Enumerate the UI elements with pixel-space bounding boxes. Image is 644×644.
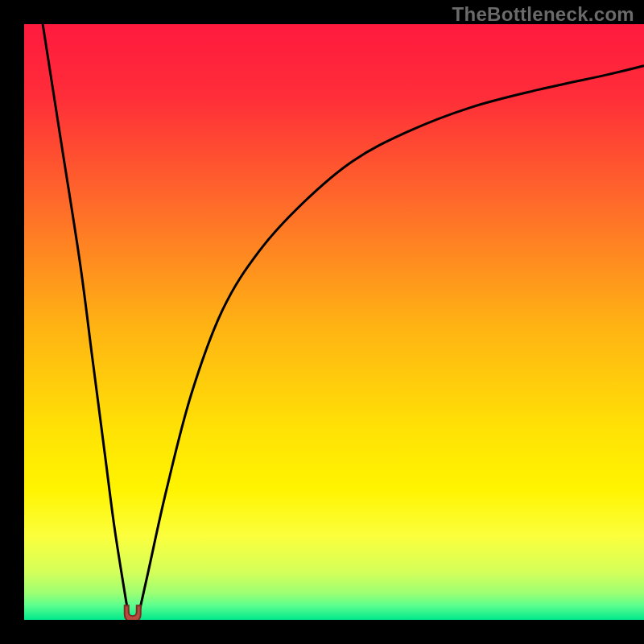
heat-gradient-background — [24, 24, 644, 620]
plot-area — [24, 24, 644, 620]
watermark-text: TheBottleneck.com — [452, 3, 634, 26]
bottleneck-curve-chart — [24, 24, 644, 620]
chart-frame: TheBottleneck.com — [0, 0, 644, 644]
